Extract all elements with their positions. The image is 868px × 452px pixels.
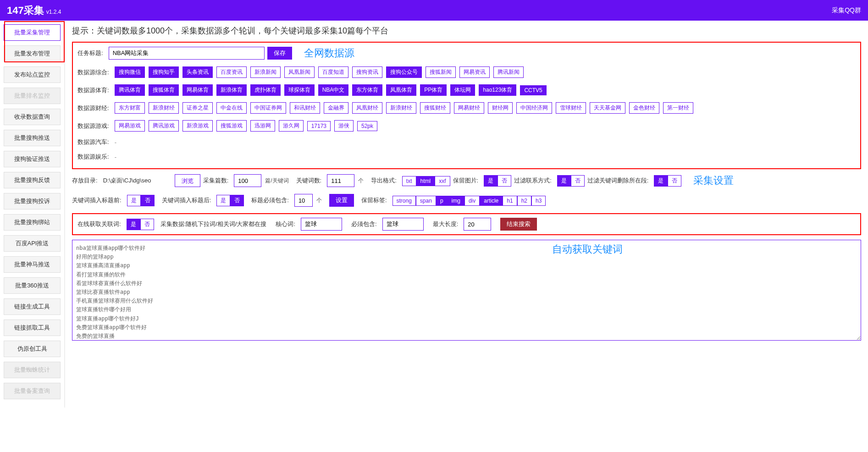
sidebar-item[interactable]: 百度API推送	[4, 235, 61, 252]
sidebar-item[interactable]: 批量发布管理	[4, 45, 61, 62]
sidebar-item[interactable]: 批量搜狗反馈	[4, 172, 61, 188]
online-no[interactable]: 否	[140, 219, 154, 230]
keep-tag-option[interactable]: div	[464, 196, 480, 206]
source-tag[interactable]: 搜狗资讯	[352, 66, 382, 78]
img-toggle[interactable]: 是 否	[484, 175, 511, 187]
img-no[interactable]: 否	[498, 175, 511, 187]
save-button[interactable]: 保存	[267, 47, 292, 60]
pre-yes[interactable]: 是	[127, 195, 141, 206]
source-tag[interactable]: 球探体育	[284, 84, 315, 96]
source-tag[interactable]: 腾讯新闻	[493, 66, 524, 78]
contact-yes[interactable]: 是	[557, 175, 571, 187]
source-tag[interactable]: 网易财经	[454, 102, 484, 114]
keep-tag-option[interactable]: img	[448, 196, 464, 206]
task-title-input[interactable]	[109, 47, 265, 60]
source-tag[interactable]: 游侠	[334, 120, 354, 132]
qq-group-link[interactable]: 采集QQ群	[832, 6, 861, 15]
source-tag[interactable]: 头条资讯	[182, 66, 213, 78]
source-tag[interactable]: 金融界	[324, 102, 348, 114]
keep-tag-option[interactable]: h2	[517, 196, 531, 206]
source-tag[interactable]: 搜狐游戏	[216, 120, 247, 132]
keep-tag-option[interactable]: h1	[503, 196, 517, 206]
source-tag[interactable]: 迅游网	[250, 120, 275, 132]
keywords-textarea[interactable]	[72, 240, 861, 341]
source-tag[interactable]: 17173	[307, 121, 331, 131]
source-tag[interactable]: 中金在线	[216, 102, 247, 114]
source-tag[interactable]: 金色财经	[629, 102, 659, 114]
source-tag[interactable]: 搜狗微信	[115, 66, 145, 78]
sidebar-item[interactable]: 伪原创工具	[4, 341, 61, 357]
source-tag[interactable]: 中国经济网	[516, 102, 552, 114]
source-tag[interactable]: 证券之星	[182, 102, 213, 114]
source-tag[interactable]: 搜狐财经	[420, 102, 450, 114]
keep-tag-option[interactable]: article	[480, 196, 503, 206]
source-tag[interactable]: 网易游戏	[115, 120, 145, 132]
source-tag[interactable]: 腾讯体育	[115, 84, 145, 96]
source-tag[interactable]: 新浪财经	[149, 102, 179, 114]
source-tag[interactable]: 百度知道	[318, 66, 348, 78]
img-yes[interactable]: 是	[484, 175, 498, 187]
sidebar-item[interactable]: 收录数据查询	[4, 109, 61, 125]
pre-no[interactable]: 否	[141, 195, 155, 206]
source-tag[interactable]: 新浪财经	[386, 102, 416, 114]
keep-tag-option[interactable]: strong	[393, 196, 416, 206]
post-yes[interactable]: 是	[216, 195, 230, 206]
source-tag[interactable]: 游久网	[279, 120, 304, 132]
source-tag[interactable]: 搜狐体育	[149, 84, 179, 96]
source-tag[interactable]: 东方体育	[352, 84, 382, 96]
title-set-button[interactable]: 设置	[329, 194, 354, 207]
post-toggle[interactable]: 是 否	[216, 195, 244, 206]
source-tag[interactable]: 第一财经	[663, 102, 693, 114]
keep-tag-option[interactable]: h3	[531, 196, 546, 206]
source-tag[interactable]: 虎扑体育	[250, 84, 281, 96]
source-tag[interactable]: 雪球财经	[556, 102, 586, 114]
sidebar-item[interactable]: 发布站点监控	[4, 66, 61, 83]
max-input[interactable]	[464, 218, 491, 231]
source-tag[interactable]: 网易资讯	[459, 66, 490, 78]
source-tag[interactable]: PP体育	[420, 84, 447, 96]
source-tag[interactable]: 新浪体育	[216, 84, 247, 96]
source-tag[interactable]: 新浪新闻	[250, 66, 281, 78]
source-tag[interactable]: 新浪游戏	[182, 120, 213, 132]
format-option[interactable]: txt	[402, 176, 416, 186]
source-tag[interactable]: 网易体育	[182, 84, 213, 96]
sidebar-item[interactable]: 链接生成工具	[4, 298, 61, 315]
sidebar-item[interactable]: 批量搜狗推送	[4, 130, 61, 146]
sidebar-item[interactable]: 批量搜狗投诉	[4, 193, 61, 209]
kw-input[interactable]	[327, 174, 354, 187]
source-tag[interactable]: 和讯财经	[290, 102, 320, 114]
source-tag[interactable]: 搜狗知乎	[149, 66, 179, 78]
count-input[interactable]	[234, 174, 261, 187]
source-tag[interactable]: NBA中文	[318, 84, 349, 96]
source-tag[interactable]: 东方财富	[115, 102, 145, 114]
online-yes[interactable]: 是	[127, 219, 140, 230]
keep-tag-option[interactable]: p	[436, 196, 448, 206]
end-search-button[interactable]: 结束搜索	[500, 218, 537, 231]
source-tag[interactable]: 财经网	[488, 102, 513, 114]
del-yes[interactable]: 是	[654, 175, 668, 187]
sidebar-item[interactable]: 批量神马推送	[4, 256, 61, 273]
del-toggle[interactable]: 是 否	[654, 175, 681, 187]
source-tag[interactable]: 搜狗公众号	[386, 66, 422, 78]
contact-toggle[interactable]: 是 否	[557, 175, 585, 187]
pre-toggle[interactable]: 是 否	[127, 195, 155, 206]
contact-no[interactable]: 否	[571, 175, 585, 187]
source-tag[interactable]: 天天基金网	[590, 102, 625, 114]
browse-button[interactable]: 浏览	[175, 174, 200, 187]
source-tag[interactable]: 搜狐新闻	[426, 66, 456, 78]
source-tag[interactable]: hao123体育	[479, 84, 516, 96]
source-tag[interactable]: 腾讯游戏	[149, 120, 179, 132]
source-tag[interactable]: 中国证券网	[250, 102, 286, 114]
sidebar-item[interactable]: 批量搜狗绑站	[4, 214, 61, 231]
source-tag[interactable]: 凤凰财经	[352, 102, 382, 114]
del-no[interactable]: 否	[668, 175, 681, 187]
source-tag[interactable]: 凤凰体育	[386, 84, 416, 96]
sidebar-item[interactable]: 链接抓取工具	[4, 320, 61, 336]
title-num-input[interactable]	[294, 194, 313, 207]
core-input[interactable]	[301, 218, 342, 231]
keep-tag-option[interactable]: span	[416, 196, 436, 206]
source-tag[interactable]: CCTV5	[520, 85, 546, 95]
sidebar-item[interactable]: 批量采集管理	[4, 24, 61, 41]
sidebar-item[interactable]: 搜狗验证推送	[4, 151, 61, 167]
source-tag[interactable]: 凤凰新闻	[284, 66, 315, 78]
